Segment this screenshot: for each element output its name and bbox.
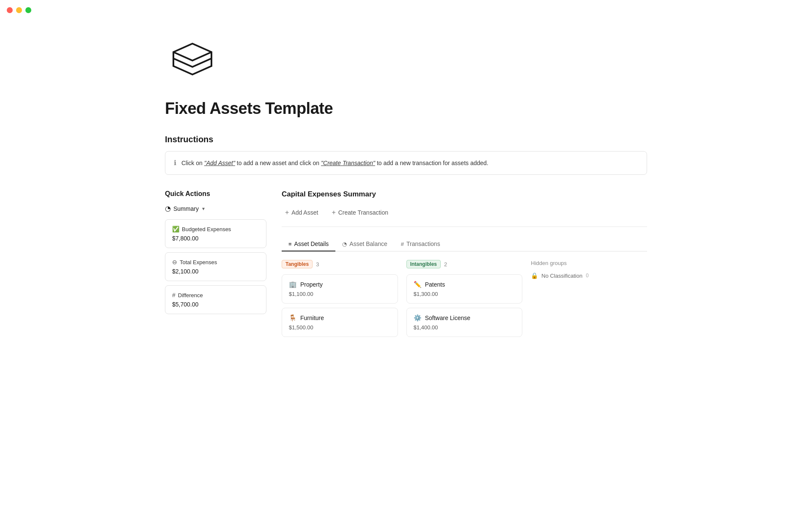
sidebar: Quick Actions ◔ Summary ▾ ✅ Budgeted Exp… bbox=[165, 190, 266, 318]
check-icon: ✅ bbox=[172, 226, 179, 232]
difference-card: # Difference $5,700.00 bbox=[165, 285, 266, 314]
software-license-value: $1,400.00 bbox=[414, 324, 516, 331]
summary-label: Summary bbox=[173, 205, 199, 212]
instructions-box: ℹ Click on "Add Asset" to add a new asse… bbox=[165, 151, 647, 175]
chevron-down-icon: ▾ bbox=[202, 206, 205, 212]
two-col-layout: Quick Actions ◔ Summary ▾ ✅ Budgeted Exp… bbox=[165, 190, 647, 341]
groups-row: Tangibles 3 🏢 Property $1,100.00 🪑 bbox=[282, 260, 647, 341]
budgeted-expenses-card: ✅ Budgeted Expenses $7,800.00 bbox=[165, 219, 266, 248]
furniture-value: $1,500.00 bbox=[289, 324, 391, 331]
difference-label: Difference bbox=[178, 292, 203, 298]
difference-value: $5,700.00 bbox=[172, 301, 259, 308]
tab-asset-balance[interactable]: ◔ Asset Balance bbox=[335, 237, 394, 251]
instructions-text: Click on "Add Asset" to add a new asset … bbox=[181, 158, 488, 168]
no-classification-row: 🔒 No Classification 0 bbox=[531, 272, 647, 279]
property-name: Property bbox=[300, 281, 323, 288]
tab-asset-details[interactable]: ≡ Asset Details bbox=[282, 237, 335, 251]
software-license-card[interactable]: ⚙️ Software License $1,400.00 bbox=[406, 308, 523, 337]
total-expenses-card: ⊖ Total Expenses $2,100.00 bbox=[165, 252, 266, 281]
logo-area bbox=[165, 29, 647, 89]
main-content: Fixed Assets Template Instructions ℹ Cli… bbox=[131, 20, 681, 358]
furniture-card[interactable]: 🪑 Furniture $1,500.00 bbox=[282, 308, 398, 337]
create-transaction-button[interactable]: + Create Transaction bbox=[328, 207, 392, 218]
minus-circle-icon: ⊖ bbox=[172, 259, 177, 265]
main-title: Capital Expenses Summary bbox=[282, 190, 647, 199]
add-asset-button[interactable]: + Add Asset bbox=[282, 207, 321, 218]
summary-row[interactable]: ◔ Summary ▾ bbox=[165, 204, 266, 213]
patents-value: $1,300.00 bbox=[414, 291, 516, 297]
titlebar bbox=[0, 0, 812, 20]
total-expenses-label: Total Expenses bbox=[180, 259, 217, 265]
instructions-heading: Instructions bbox=[165, 135, 647, 144]
tangibles-count: 3 bbox=[316, 261, 319, 268]
tangibles-group: Tangibles 3 🏢 Property $1,100.00 🪑 bbox=[282, 260, 398, 341]
patents-name: Patents bbox=[425, 281, 445, 288]
patents-card[interactable]: ✏️ Patents $1,300.00 bbox=[406, 274, 523, 304]
property-card[interactable]: 🏢 Property $1,100.00 bbox=[282, 274, 398, 304]
software-license-name: Software License bbox=[425, 315, 470, 321]
table-icon: ≡ bbox=[288, 241, 292, 247]
hidden-groups-col: Hidden groups 🔒 No Classification 0 bbox=[531, 260, 647, 279]
tangibles-header: Tangibles 3 bbox=[282, 260, 398, 268]
plus-icon: + bbox=[285, 209, 289, 216]
software-icon: ⚙️ bbox=[414, 314, 422, 322]
maximize-button[interactable] bbox=[25, 7, 31, 13]
tangibles-badge: Tangibles bbox=[282, 260, 313, 268]
plus-icon-2: + bbox=[332, 209, 335, 216]
lock-icon: 🔒 bbox=[531, 272, 538, 279]
total-expenses-value: $2,100.00 bbox=[172, 268, 259, 275]
no-classification-count: 0 bbox=[586, 273, 589, 279]
intangibles-count: 2 bbox=[444, 261, 447, 268]
building-icon: 🏢 bbox=[289, 281, 297, 288]
create-transaction-label: Create Transaction bbox=[338, 209, 388, 216]
minimize-button[interactable] bbox=[16, 7, 22, 13]
tabs: ≡ Asset Details ◔ Asset Balance # Transa… bbox=[282, 237, 647, 251]
tab-transactions-label: Transactions bbox=[406, 240, 440, 247]
pie-icon: ◔ bbox=[342, 241, 347, 247]
furniture-name: Furniture bbox=[300, 315, 324, 321]
intangibles-group: Intangibles 2 ✏️ Patents $1,300.00 ⚙️ bbox=[406, 260, 523, 341]
budgeted-expenses-value: $7,800.00 bbox=[172, 235, 259, 242]
furniture-icon: 🪑 bbox=[289, 314, 297, 322]
main-area: Capital Expenses Summary + Add Asset + C… bbox=[282, 190, 647, 341]
page-title: Fixed Assets Template bbox=[165, 99, 647, 118]
tab-asset-details-label: Asset Details bbox=[294, 240, 329, 247]
add-asset-label: Add Asset bbox=[291, 209, 318, 216]
tab-transactions[interactable]: # Transactions bbox=[394, 237, 447, 251]
hash-icon-2: # bbox=[401, 241, 404, 247]
intangibles-header: Intangibles 2 bbox=[406, 260, 523, 268]
close-button[interactable] bbox=[7, 7, 13, 13]
hash-icon: # bbox=[172, 292, 176, 298]
budgeted-expenses-label: Budgeted Expenses bbox=[182, 226, 231, 232]
intangibles-badge: Intangibles bbox=[406, 260, 441, 268]
action-row: + Add Asset + Create Transaction bbox=[282, 207, 647, 227]
hidden-groups-label: Hidden groups bbox=[531, 260, 647, 266]
info-icon: ℹ bbox=[174, 159, 176, 167]
patents-icon: ✏️ bbox=[414, 281, 422, 288]
summary-icon: ◔ bbox=[165, 204, 171, 213]
property-value: $1,100.00 bbox=[289, 291, 391, 297]
tab-asset-balance-label: Asset Balance bbox=[349, 240, 387, 247]
sidebar-title: Quick Actions bbox=[165, 190, 266, 198]
no-classification-label: No Classification bbox=[541, 273, 582, 279]
layers-icon bbox=[165, 37, 220, 88]
